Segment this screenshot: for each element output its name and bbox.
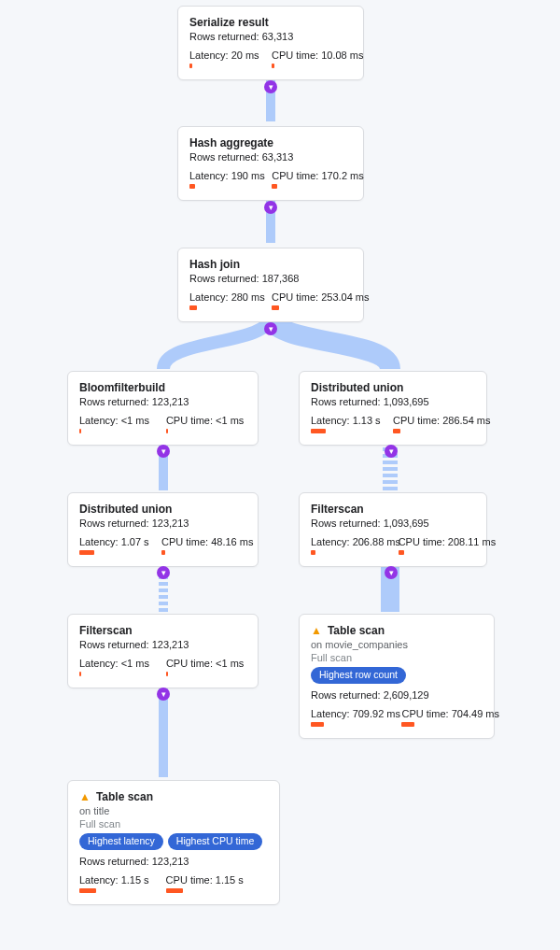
latency-bar [189, 64, 245, 68]
rows-returned: Rows returned: 1,093,695 [311, 396, 475, 407]
node-title: Bloomfilterbuild [79, 381, 165, 394]
latency-bar [79, 429, 135, 433]
latency-label: Latency: 206.88 ms [311, 536, 382, 547]
latency-label: Latency: 1.15 s [79, 874, 149, 886]
rows-returned: Rows returned: 123,213 [79, 639, 246, 650]
cpu-bar [166, 888, 222, 893]
cpu-label: CPU time: <1 ms [166, 415, 244, 426]
table-name: on title [79, 805, 268, 816]
latency-bar [311, 722, 367, 727]
cpu-bar [393, 429, 449, 433]
warning-icon: ▲ [311, 625, 322, 636]
expand-icon[interactable] [157, 688, 170, 701]
scan-type: Full scan [79, 818, 268, 829]
latency-label: Latency: 280 ms [189, 291, 255, 303]
expand-icon[interactable] [157, 566, 170, 579]
cpu-label: CPU time: 208.11 ms [399, 536, 475, 547]
rows-returned: Rows returned: 63,313 [189, 31, 352, 42]
rows-returned: Rows returned: 123,213 [79, 856, 268, 867]
rows-returned: Rows returned: 123,213 [79, 518, 246, 529]
node-hash-join[interactable]: Hash join Rows returned: 187,368 Latency… [177, 248, 364, 322]
rows-returned: Rows returned: 63,313 [189, 151, 352, 163]
cpu-bar [166, 429, 222, 433]
cpu-bar [272, 184, 328, 189]
cpu-bar [399, 550, 455, 555]
node-title: Distributed union [79, 503, 172, 516]
rows-returned: Rows returned: 187,368 [189, 273, 352, 284]
cpu-bar [272, 305, 328, 310]
node-title: Table scan [96, 790, 153, 803]
node-title: Filterscan [311, 503, 364, 516]
latency-label: Latency: 1.13 s [311, 415, 376, 426]
expand-icon[interactable] [264, 80, 277, 93]
expand-icon[interactable] [385, 566, 398, 579]
latency-label: Latency: 709.92 ms [311, 708, 385, 719]
latency-bar [311, 429, 367, 433]
cpu-label: CPU time: 48.16 ms [161, 536, 246, 547]
expand-icon[interactable] [385, 445, 398, 458]
node-table-scan-title[interactable]: ▲ Table scan on title Full scan Highest … [67, 780, 280, 905]
expand-icon[interactable] [264, 201, 277, 214]
cpu-label: CPU time: 1.15 s [166, 874, 244, 886]
node-table-scan-movie-companies[interactable]: ▲ Table scan on movie_companies Full sca… [299, 614, 495, 739]
cpu-label: CPU time: 286.54 ms [393, 415, 475, 426]
cpu-label: CPU time: <1 ms [166, 658, 244, 669]
node-serialize-result[interactable]: Serialize result Rows returned: 63,313 L… [177, 6, 364, 80]
node-title: Hash aggregate [189, 136, 273, 149]
latency-label: Latency: 20 ms [189, 50, 255, 61]
latency-bar [189, 305, 245, 310]
warning-icon: ▲ [79, 791, 91, 802]
latency-bar [79, 550, 135, 555]
node-title: Table scan [328, 624, 385, 637]
expand-icon[interactable] [157, 445, 170, 458]
cpu-bar [401, 722, 457, 727]
expand-icon[interactable] [264, 322, 277, 335]
latency-label: Latency: 190 ms [189, 170, 255, 181]
rows-returned: Rows returned: 123,213 [79, 396, 246, 407]
node-title: Distributed union [311, 381, 403, 394]
cpu-bar [166, 672, 222, 676]
node-distributed-union-left[interactable]: Distributed union Rows returned: 123,213… [67, 492, 259, 567]
node-bloomfilterbuild[interactable]: Bloomfilterbuild Rows returned: 123,213 … [67, 371, 259, 446]
latency-label: Latency: 1.07 s [79, 536, 145, 547]
node-filterscan-right[interactable]: Filterscan Rows returned: 1,093,695 Late… [299, 492, 487, 567]
badge: Highest CPU time [168, 833, 262, 850]
node-distributed-union-right[interactable]: Distributed union Rows returned: 1,093,6… [299, 371, 487, 446]
cpu-label: CPU time: 10.08 ms [272, 50, 352, 61]
cpu-label: CPU time: 170.2 ms [272, 170, 352, 181]
latency-label: Latency: <1 ms [79, 415, 149, 426]
latency-label: Latency: <1 ms [79, 658, 149, 669]
node-filterscan-left[interactable]: Filterscan Rows returned: 123,213 Latenc… [67, 614, 259, 688]
scan-type: Full scan [311, 652, 483, 663]
cpu-bar [272, 64, 328, 68]
badge-row: Highest latencyHighest CPU time [79, 833, 268, 850]
latency-bar [79, 888, 135, 893]
latency-bar [189, 184, 245, 189]
rows-returned: Rows returned: 2,609,129 [311, 689, 483, 701]
node-title: Serialize result [189, 16, 269, 29]
cpu-label: CPU time: 704.49 ms [401, 708, 483, 719]
cpu-label: CPU time: 253.04 ms [272, 291, 352, 303]
cpu-bar [161, 550, 217, 555]
node-title: Hash join [189, 258, 240, 271]
rows-returned: Rows returned: 1,093,695 [311, 518, 475, 529]
badge-row: Highest row count [311, 667, 483, 684]
table-name: on movie_companies [311, 639, 483, 650]
node-hash-aggregate[interactable]: Hash aggregate Rows returned: 63,313 Lat… [177, 126, 364, 201]
latency-bar [311, 550, 367, 555]
badge: Highest latency [79, 833, 163, 850]
node-title: Filterscan [79, 624, 133, 637]
badge: Highest row count [311, 667, 406, 684]
latency-bar [79, 672, 135, 676]
